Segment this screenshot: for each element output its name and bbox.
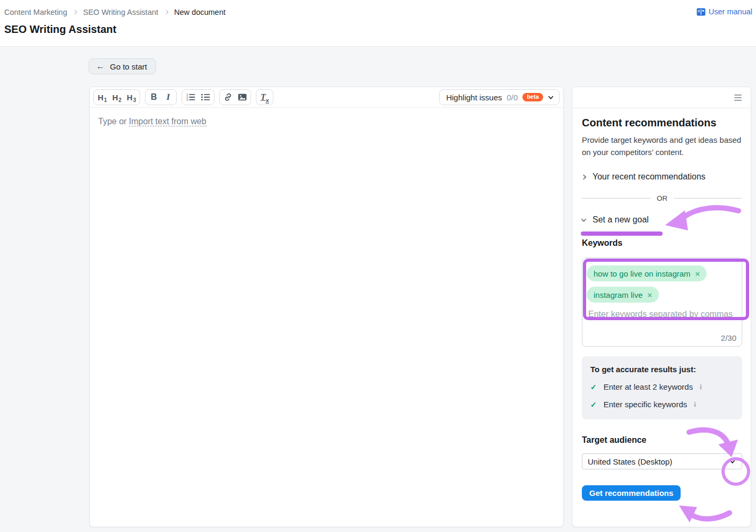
keywords-placeholder: Enter keywords separated by commas: [587, 310, 737, 319]
book-icon: [697, 8, 706, 16]
ordered-list-icon: 123: [186, 93, 195, 101]
remove-keyword-icon[interactable]: ×: [648, 291, 652, 299]
italic-button[interactable]: I: [161, 90, 175, 104]
insert-image-button[interactable]: [235, 90, 250, 104]
breadcrumb-item-content-marketing[interactable]: Content Marketing: [4, 8, 67, 16]
heading3-button[interactable]: H3: [124, 90, 139, 104]
recent-recommendations-label: Your recent recommendations: [592, 172, 706, 182]
clear-format-t: T: [261, 92, 266, 102]
bold-button[interactable]: B: [147, 90, 161, 104]
panel-title: Content recommendations: [582, 117, 742, 129]
set-new-goal-label: Set a new goal: [592, 215, 649, 225]
keyword-pill: instagram live ×: [587, 287, 659, 303]
bulleted-list-button[interactable]: [198, 90, 213, 104]
heading2-button[interactable]: H2: [109, 90, 124, 104]
editor-card: H1 H2 H3 B I 123: [89, 87, 564, 527]
arrow-left-icon: ←: [96, 62, 105, 71]
panel-header: [572, 87, 751, 108]
h1-letter: H: [98, 93, 104, 102]
keyword-pill: how to go live on instagram ×: [587, 265, 707, 281]
get-recommendations-button[interactable]: Get recommendations: [582, 485, 681, 501]
go-to-start-label: Go to start: [110, 62, 147, 71]
insert-button-group: [219, 89, 251, 105]
heading-button-group: H1 H2 H3: [93, 89, 140, 105]
list-button-group: 123: [182, 89, 214, 105]
keyword-pills: how to go live on instagram × instagram …: [587, 265, 737, 303]
beta-badge: beta: [522, 93, 543, 101]
tips-title: To get accurate results just:: [590, 365, 734, 374]
keywords-counter: 2/30: [721, 333, 736, 342]
import-text-link[interactable]: Import text from web: [129, 117, 207, 126]
heading1-button[interactable]: H1: [95, 90, 109, 104]
recommendations-panel: Content recommendations Provide target k…: [572, 87, 751, 527]
check-icon: ✓: [590, 383, 597, 391]
highlight-issues-dropdown[interactable]: Highlight issues 0/0 beta: [439, 89, 560, 105]
breadcrumb: Content Marketing SEO Writing Assistant …: [4, 8, 226, 16]
page-title: SEO Writing Assistant: [4, 23, 116, 36]
highlight-issues-label: Highlight issues: [446, 93, 502, 102]
tips-box: To get accurate results just: ✓ Enter at…: [582, 356, 742, 419]
user-manual-label: User manual: [709, 7, 752, 16]
info-icon[interactable]: i: [694, 400, 696, 409]
chevron-right-icon: [164, 10, 168, 14]
recent-recommendations-toggle[interactable]: Your recent recommendations: [582, 172, 742, 182]
h2-letter: H: [112, 93, 118, 102]
breadcrumb-item-seo-writing-assistant[interactable]: SEO Writing Assistant: [83, 8, 158, 16]
tip-row: ✓ Enter at least 2 keywords i: [590, 382, 734, 391]
h3-letter: H: [127, 93, 133, 102]
h1-number: 1: [104, 97, 107, 103]
or-divider: OR: [582, 194, 742, 202]
target-audience-select[interactable]: United States (Desktop): [582, 453, 742, 469]
panel-content: Content recommendations Provide target k…: [572, 108, 751, 501]
set-new-goal-toggle[interactable]: Set a new goal: [582, 215, 742, 225]
chevron-right-icon: [73, 10, 77, 14]
tip-label: Enter specific keywords: [604, 400, 688, 409]
editor-toolbar: H1 H2 H3 B I 123: [90, 87, 563, 108]
go-to-start-button[interactable]: ← Go to start: [89, 58, 156, 74]
keyword-pill-label: instagram live: [594, 290, 643, 299]
target-audience-label: Target audience: [582, 435, 742, 445]
hamburger-menu-icon[interactable]: [734, 95, 742, 101]
bulleted-list-icon: [201, 93, 210, 101]
svg-text:3: 3: [186, 98, 188, 101]
link-icon: [224, 93, 233, 101]
clear-formatting-button[interactable]: Tx: [257, 90, 272, 104]
keywords-label: Keywords: [582, 238, 742, 248]
tip-label: Enter at least 2 keywords: [604, 382, 693, 391]
issues-count: 0/0: [507, 93, 518, 102]
keyword-pill-label: how to go live on instagram: [594, 269, 691, 278]
remove-keyword-icon[interactable]: ×: [695, 270, 700, 278]
insert-link-button[interactable]: [221, 90, 235, 104]
keywords-input[interactable]: how to go live on instagram × instagram …: [582, 258, 742, 347]
check-icon: ✓: [590, 400, 597, 409]
user-manual-link[interactable]: User manual: [697, 7, 752, 16]
editor-text-area[interactable]: Type or Import text from web: [90, 108, 563, 135]
clear-format-group: Tx: [256, 89, 273, 105]
panel-description: Provide target keywords and get ideas ba…: [582, 134, 742, 158]
tip-row: ✓ Enter specific keywords i: [590, 400, 734, 409]
breadcrumb-item-new-document: New document: [174, 8, 226, 16]
editor-placeholder: Type or: [98, 117, 126, 126]
chevron-down-icon: [581, 217, 587, 222]
format-button-group: B I: [145, 89, 177, 105]
ordered-list-button[interactable]: 123: [183, 90, 198, 104]
chevron-down-icon: [548, 94, 554, 99]
clear-format-x: x: [266, 97, 269, 104]
image-icon: [238, 93, 247, 101]
chevron-right-icon: [581, 174, 587, 179]
info-icon[interactable]: i: [700, 383, 702, 391]
h3-number: 3: [133, 97, 136, 103]
or-label: OR: [657, 194, 667, 202]
h2-number: 2: [118, 97, 122, 103]
target-audience-value: United States (Desktop): [588, 457, 672, 466]
chevron-down-icon: [730, 458, 735, 464]
